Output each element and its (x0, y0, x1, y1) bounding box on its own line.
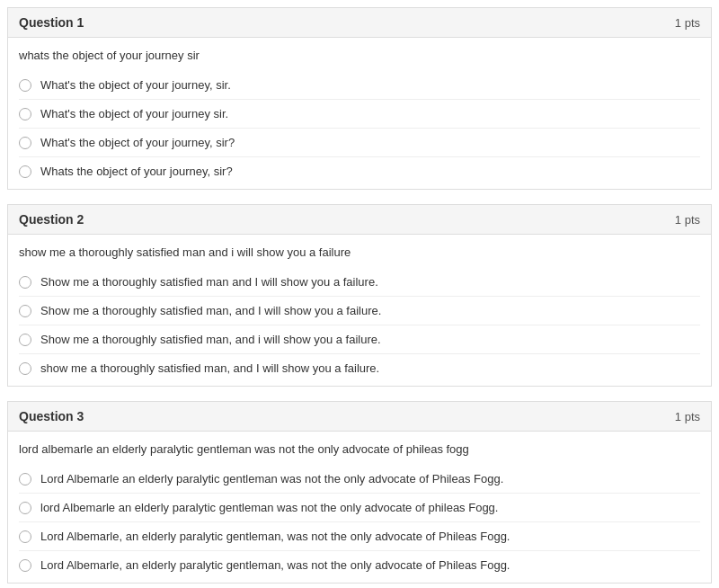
question-1-radio-2[interactable] (19, 108, 31, 120)
question-2-radio-2[interactable] (19, 305, 31, 317)
question-3-radio-1[interactable] (19, 473, 31, 486)
question-1-option-4[interactable]: Whats the object of your journey, sir? (19, 156, 700, 185)
question-3-option-3[interactable]: Lord Albemarle, an elderly paralytic gen… (19, 521, 700, 550)
question-2-option-1[interactable]: Show me a thoroughly satisfied man and I… (19, 268, 700, 296)
question-3-option-2-label: lord Albemarle an elderly paralytic gent… (40, 501, 498, 514)
question-1-option-1[interactable]: What's the object of your journey, sir. (19, 71, 700, 99)
question-2-option-4[interactable]: show me a thoroughly satisfied man, and … (19, 353, 700, 382)
question-1-radio-3[interactable] (19, 137, 31, 149)
question-1-header: Question 11 pts (8, 8, 711, 38)
question-1-radio-1[interactable] (19, 79, 31, 92)
question-1-option-3-label: What's the object of your journey, sir? (40, 136, 235, 149)
question-2-option-4-label: show me a thoroughly satisfied man, and … (40, 361, 379, 375)
question-2-option-3[interactable]: Show me a thoroughly satisfied man, and … (19, 325, 700, 353)
question-2-option-1-label: Show me a thoroughly satisfied man and I… (40, 275, 378, 289)
question-1-title: Question 1 (19, 15, 84, 30)
question-1-option-4-label: Whats the object of your journey, sir? (40, 165, 233, 178)
question-1-option-3[interactable]: What's the object of your journey, sir? (19, 128, 700, 156)
question-2-pts: 1 pts (675, 213, 700, 227)
question-2-options: Show me a thoroughly satisfied man and I… (19, 268, 700, 382)
question-2-radio-4[interactable] (19, 362, 31, 375)
question-2-radio-3[interactable] (19, 334, 31, 346)
question-1-body: whats the object of your journey sirWhat… (8, 38, 711, 189)
question-3: Question 31 ptslord albemarle an elderly… (7, 401, 712, 584)
question-1-radio-4[interactable] (19, 165, 31, 178)
question-1-option-2[interactable]: What's the object of your journey sir. (19, 99, 700, 128)
question-3-pts: 1 pts (675, 410, 700, 423)
question-1-pts: 1 pts (675, 16, 700, 30)
question-3-options: Lord Albemarle an elderly paralytic gent… (19, 465, 700, 579)
question-3-option-4-label: Lord Albemarle, an elderly paralytic gen… (40, 558, 510, 572)
question-3-title: Question 3 (19, 409, 84, 423)
question-3-radio-4[interactable] (19, 559, 31, 572)
page-wrapper: Question 11 ptswhats the object of your … (0, 0, 719, 588)
question-2-text: show me a thoroughly satisfied man and i… (19, 245, 700, 259)
question-1-option-1-label: What's the object of your journey, sir. (40, 78, 231, 92)
question-2-radio-1[interactable] (19, 276, 31, 289)
question-3-radio-2[interactable] (19, 502, 31, 514)
question-3-option-1-label: Lord Albemarle an elderly paralytic gent… (40, 472, 503, 486)
question-3-option-1[interactable]: Lord Albemarle an elderly paralytic gent… (19, 465, 700, 493)
question-2-body: show me a thoroughly satisfied man and i… (8, 235, 711, 386)
question-3-body: lord albemarle an elderly paralytic gent… (8, 432, 711, 583)
question-2-option-3-label: Show me a thoroughly satisfied man, and … (40, 333, 381, 346)
question-3-text: lord albemarle an elderly paralytic gent… (19, 442, 700, 456)
question-1-option-2-label: What's the object of your journey sir. (40, 107, 228, 120)
question-3-header: Question 31 pts (8, 402, 711, 432)
question-1-text: whats the object of your journey sir (19, 49, 700, 62)
question-2-option-2[interactable]: Show me a thoroughly satisfied man, and … (19, 296, 700, 325)
question-2-option-2-label: Show me a thoroughly satisfied man, and … (40, 304, 381, 317)
question-3-radio-3[interactable] (19, 530, 31, 543)
question-3-option-2[interactable]: lord Albemarle an elderly paralytic gent… (19, 493, 700, 521)
question-1-options: What's the object of your journey, sir.W… (19, 71, 700, 185)
question-1: Question 11 ptswhats the object of your … (7, 7, 712, 190)
question-2-header: Question 21 pts (8, 205, 711, 235)
question-3-option-4[interactable]: Lord Albemarle, an elderly paralytic gen… (19, 550, 700, 579)
question-2: Question 21 ptsshow me a thoroughly sati… (7, 204, 712, 387)
question-2-title: Question 2 (19, 212, 84, 227)
question-3-option-3-label: Lord Albemarle, an elderly paralytic gen… (40, 530, 510, 543)
